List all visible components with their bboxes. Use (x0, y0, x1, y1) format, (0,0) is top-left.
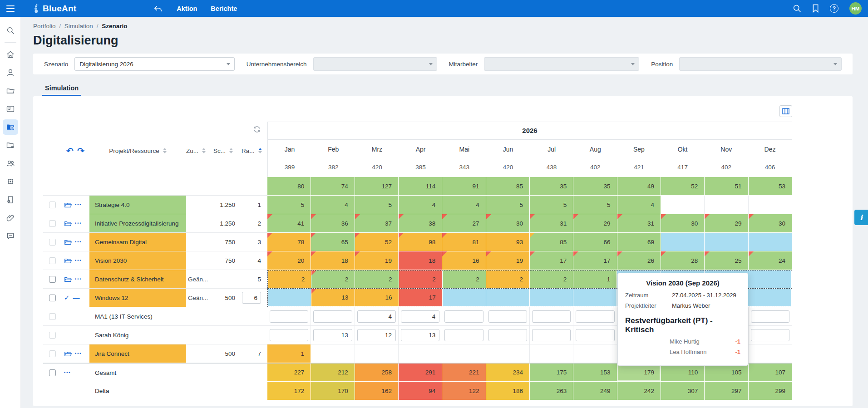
planning-input[interactable] (751, 310, 789, 323)
total-cell[interactable]: 249 (573, 382, 617, 400)
grid-cell[interactable]: 85 (530, 233, 573, 251)
sidebar-item-portfolio-active[interactable] (3, 119, 18, 135)
planning-input[interactable] (401, 310, 439, 323)
grid-cell[interactable]: 69 (617, 233, 661, 251)
planning-input[interactable] (576, 329, 614, 341)
menu-aktion[interactable]: Aktion (177, 5, 197, 12)
bookmark-icon[interactable] (812, 4, 819, 13)
grid-cell[interactable]: 2 (486, 270, 530, 288)
planning-input[interactable] (270, 310, 308, 323)
grid-cell[interactable]: 98 (399, 233, 442, 251)
sidebar-item-profile[interactable] (0, 64, 21, 82)
grid-cell[interactable]: 29 (573, 214, 617, 233)
grid-cell[interactable]: 66 (573, 233, 617, 251)
grid-cell[interactable]: 1 (573, 270, 617, 288)
sort-icon[interactable] (202, 148, 206, 153)
grid-cell[interactable] (573, 344, 617, 363)
planning-input[interactable] (357, 310, 396, 323)
grid-cell[interactable] (530, 289, 573, 307)
grid-cell[interactable] (268, 289, 311, 307)
total-cell[interactable]: 258 (355, 364, 399, 382)
project-name[interactable]: Strategie 4.0 (89, 196, 186, 214)
grid-cell[interactable]: 4 (311, 196, 355, 214)
sidebar-item-approvals[interactable] (0, 191, 21, 209)
grid-cell[interactable]: 20 (267, 251, 311, 270)
grid-cell[interactable]: 2 (311, 270, 355, 288)
folder-icon[interactable] (64, 350, 72, 358)
grid-cell[interactable]: 38 (399, 214, 442, 233)
row-menu-icon[interactable]: ••• (75, 240, 82, 244)
planning-input[interactable] (488, 329, 527, 341)
grid-cell[interactable] (355, 344, 399, 363)
total-cell[interactable]: 297 (705, 382, 748, 400)
grid-cell[interactable]: 30 (486, 214, 530, 233)
sort-icon[interactable] (229, 148, 233, 153)
project-name[interactable]: Sarah König (89, 326, 186, 344)
sidebar-item-chat[interactable] (0, 227, 21, 245)
planning-input[interactable] (751, 329, 789, 341)
grid-cell[interactable] (748, 289, 792, 307)
total-cell[interactable]: 234 (486, 364, 530, 382)
row-menu-icon[interactable]: ••• (75, 258, 82, 263)
row-checkbox[interactable] (49, 276, 56, 283)
grid-cell[interactable]: 2 (268, 270, 311, 288)
grid-cell[interactable]: 13 (311, 289, 355, 307)
grid-cell[interactable] (443, 289, 486, 307)
project-name[interactable]: Datenschutz & Sicherheit (89, 270, 186, 288)
planning-input[interactable] (444, 329, 483, 341)
grid-cell[interactable]: 27 (442, 214, 486, 233)
unternehmensbereich-select[interactable] (313, 57, 437, 71)
grid-cell[interactable] (749, 344, 792, 363)
refresh-icon[interactable] (253, 125, 261, 135)
grid-cell[interactable]: 5 (573, 196, 617, 214)
grid-cell[interactable] (749, 233, 792, 251)
total-cell[interactable]: 242 (617, 382, 661, 400)
szenario-select[interactable]: Digitalisierung 2026 (74, 57, 234, 71)
folder-icon[interactable] (64, 257, 72, 265)
grid-cell[interactable]: 30 (661, 214, 705, 233)
grid-cell[interactable]: 24 (749, 251, 792, 270)
grid-cell[interactable]: 2 (355, 270, 399, 288)
grid-cell[interactable]: 41 (267, 214, 311, 233)
remove-row-icon[interactable]: — (73, 294, 80, 302)
grid-cell[interactable]: 1 (267, 344, 311, 363)
total-cell[interactable]: 299 (749, 382, 792, 400)
row-checkbox[interactable] (49, 202, 56, 208)
avatar[interactable]: HM (849, 2, 862, 15)
grid-cell[interactable]: 16 (355, 289, 399, 307)
grid-cell[interactable]: 4 (617, 196, 661, 214)
grid-cell[interactable] (661, 233, 705, 251)
tab-simulation[interactable]: Simulation (42, 82, 81, 96)
total-cell[interactable]: 175 (530, 364, 573, 382)
row-checkbox[interactable] (49, 313, 56, 320)
grid-cell[interactable]: 81 (442, 233, 486, 251)
back-icon[interactable] (151, 5, 165, 12)
sort-icon-active[interactable] (258, 148, 262, 153)
grid-cell[interactable]: 5 (486, 196, 530, 214)
grid-cell[interactable] (705, 196, 748, 214)
grid-cell[interactable]: 4 (399, 196, 442, 214)
project-name[interactable]: MA1 (13 IT-Services) (89, 307, 186, 325)
total-cell[interactable]: 179 (617, 364, 661, 382)
grid-cell[interactable]: 28 (661, 251, 705, 270)
grid-cell[interactable] (442, 344, 486, 363)
folder-icon[interactable] (64, 238, 72, 246)
redo-icon[interactable]: ↷ (77, 147, 84, 155)
total-cell[interactable]: 94 (399, 382, 442, 400)
column-header-sc[interactable]: Sc... (213, 147, 242, 154)
total-cell[interactable]: 227 (267, 364, 311, 382)
grid-cell[interactable]: 5 (530, 196, 573, 214)
grid-cell[interactable]: 31 (617, 214, 661, 233)
grid-cell[interactable]: 2 (443, 270, 486, 288)
row-menu-icon[interactable]: ••• (75, 202, 82, 207)
total-cell[interactable]: 105 (705, 364, 748, 382)
column-header-zu[interactable]: Zu... (186, 147, 213, 154)
total-cell[interactable]: 291 (399, 364, 442, 382)
grid-cell[interactable]: 5 (355, 196, 399, 214)
grid-cell[interactable] (748, 270, 792, 288)
row-checkbox[interactable] (49, 239, 56, 246)
total-cell[interactable]: 162 (355, 382, 399, 400)
grid-cell[interactable]: 2 (399, 270, 443, 288)
total-cell[interactable]: 221 (442, 364, 486, 382)
grid-cell[interactable]: 26 (617, 251, 661, 270)
